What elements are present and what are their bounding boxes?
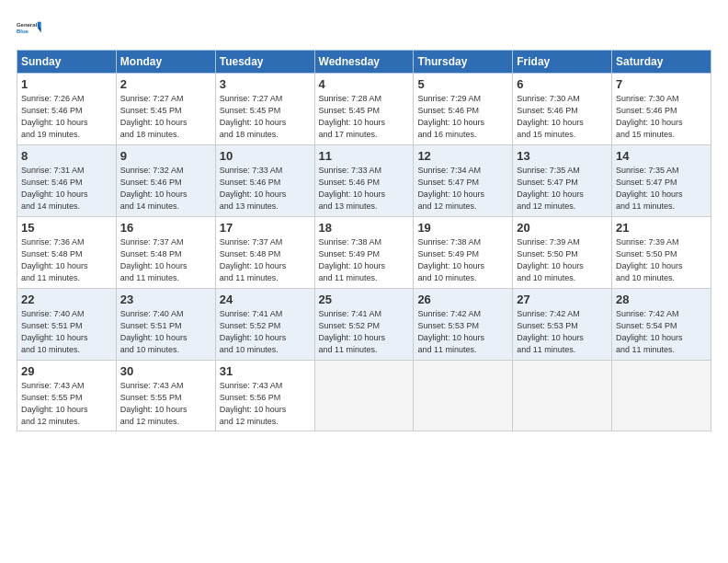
day-number: 29: [21, 364, 112, 378]
day-info: Sunrise: 7:43 AM Sunset: 5:55 PM Dayligh…: [120, 380, 211, 428]
day-number: 16: [120, 221, 211, 235]
day-number: 15: [21, 221, 112, 235]
day-info: Sunrise: 7:43 AM Sunset: 5:56 PM Dayligh…: [220, 380, 311, 428]
day-info: Sunrise: 7:37 AM Sunset: 5:48 PM Dayligh…: [220, 236, 311, 284]
day-info: Sunrise: 7:40 AM Sunset: 5:51 PM Dayligh…: [21, 308, 112, 356]
calendar-cell: 10Sunrise: 7:33 AM Sunset: 5:46 PM Dayli…: [215, 145, 314, 217]
day-info: Sunrise: 7:41 AM Sunset: 5:52 PM Dayligh…: [220, 308, 311, 356]
calendar-cell: 11Sunrise: 7:33 AM Sunset: 5:46 PM Dayli…: [314, 145, 414, 217]
day-number: 13: [517, 149, 608, 163]
calendar-cell: 25Sunrise: 7:41 AM Sunset: 5:52 PM Dayli…: [314, 289, 414, 361]
calendar-cell: 23Sunrise: 7:40 AM Sunset: 5:51 PM Dayli…: [116, 289, 215, 361]
calendar-cell: 14Sunrise: 7:35 AM Sunset: 5:47 PM Dayli…: [612, 145, 711, 217]
day-number: 31: [220, 364, 311, 378]
calendar-cell: 29Sunrise: 7:43 AM Sunset: 5:55 PM Dayli…: [17, 361, 117, 431]
day-info: Sunrise: 7:42 AM Sunset: 5:53 PM Dayligh…: [517, 308, 608, 356]
day-number: 4: [319, 77, 410, 91]
calendar-cell: 26Sunrise: 7:42 AM Sunset: 5:53 PM Dayli…: [414, 289, 513, 361]
calendar-table: SundayMondayTuesdayWednesdayThursdayFrid…: [17, 50, 711, 431]
day-info: Sunrise: 7:28 AM Sunset: 5:45 PM Dayligh…: [319, 93, 410, 141]
calendar-week-row: 29Sunrise: 7:43 AM Sunset: 5:55 PM Dayli…: [17, 361, 711, 431]
logo: GeneralBlue: [17, 15, 42, 40]
day-info: Sunrise: 7:30 AM Sunset: 5:46 PM Dayligh…: [517, 93, 608, 141]
weekday-header: Wednesday: [314, 51, 414, 74]
day-info: Sunrise: 7:30 AM Sunset: 5:46 PM Dayligh…: [616, 93, 707, 141]
weekday-header: Saturday: [612, 51, 711, 74]
weekday-header: Thursday: [414, 51, 513, 74]
day-number: 28: [616, 293, 707, 306]
calendar-cell: 6Sunrise: 7:30 AM Sunset: 5:46 PM Daylig…: [513, 74, 612, 145]
day-number: 30: [120, 364, 211, 378]
day-number: 26: [417, 293, 508, 306]
calendar-cell: [414, 361, 513, 431]
weekday-header: Monday: [116, 51, 215, 74]
weekday-header: Friday: [513, 51, 612, 74]
svg-marker-2: [38, 22, 41, 28]
day-info: Sunrise: 7:26 AM Sunset: 5:46 PM Dayligh…: [21, 93, 112, 141]
calendar-cell: 9Sunrise: 7:32 AM Sunset: 5:46 PM Daylig…: [116, 145, 215, 217]
day-info: Sunrise: 7:31 AM Sunset: 5:46 PM Dayligh…: [21, 165, 112, 213]
calendar-cell: 30Sunrise: 7:43 AM Sunset: 5:55 PM Dayli…: [116, 361, 215, 431]
calendar-cell: [513, 361, 612, 431]
svg-text:General: General: [17, 22, 37, 28]
day-info: Sunrise: 7:35 AM Sunset: 5:47 PM Dayligh…: [616, 165, 707, 213]
day-number: 11: [319, 149, 410, 163]
header: GeneralBlue: [17, 15, 711, 40]
calendar-cell: 12Sunrise: 7:34 AM Sunset: 5:47 PM Dayli…: [414, 145, 513, 217]
calendar-cell: 24Sunrise: 7:41 AM Sunset: 5:52 PM Dayli…: [215, 289, 314, 361]
calendar-cell: 5Sunrise: 7:29 AM Sunset: 5:46 PM Daylig…: [414, 74, 513, 145]
day-number: 3: [220, 77, 311, 91]
day-number: 6: [517, 77, 608, 91]
day-number: 7: [616, 77, 707, 91]
day-number: 2: [120, 77, 211, 91]
day-number: 1: [21, 77, 112, 91]
calendar-cell: 31Sunrise: 7:43 AM Sunset: 5:56 PM Dayli…: [215, 361, 314, 431]
day-info: Sunrise: 7:34 AM Sunset: 5:47 PM Dayligh…: [417, 165, 508, 213]
day-info: Sunrise: 7:33 AM Sunset: 5:46 PM Dayligh…: [319, 165, 410, 213]
day-info: Sunrise: 7:40 AM Sunset: 5:51 PM Dayligh…: [120, 308, 211, 356]
day-number: 20: [517, 221, 608, 235]
calendar-week-row: 22Sunrise: 7:40 AM Sunset: 5:51 PM Dayli…: [17, 289, 711, 361]
day-number: 25: [319, 293, 410, 306]
day-number: 9: [120, 149, 211, 163]
calendar-cell: 13Sunrise: 7:35 AM Sunset: 5:47 PM Dayli…: [513, 145, 612, 217]
weekday-header: Sunday: [17, 51, 117, 74]
calendar-cell: 2Sunrise: 7:27 AM Sunset: 5:45 PM Daylig…: [116, 74, 215, 145]
calendar-cell: 3Sunrise: 7:27 AM Sunset: 5:45 PM Daylig…: [215, 74, 314, 145]
svg-marker-3: [38, 28, 41, 33]
day-number: 14: [616, 149, 707, 163]
calendar-cell: [314, 361, 414, 431]
calendar-week-row: 1Sunrise: 7:26 AM Sunset: 5:46 PM Daylig…: [17, 74, 711, 145]
calendar-cell: 16Sunrise: 7:37 AM Sunset: 5:48 PM Dayli…: [116, 217, 215, 289]
day-info: Sunrise: 7:43 AM Sunset: 5:55 PM Dayligh…: [21, 380, 112, 428]
day-info: Sunrise: 7:42 AM Sunset: 5:53 PM Dayligh…: [417, 308, 508, 356]
day-info: Sunrise: 7:32 AM Sunset: 5:46 PM Dayligh…: [120, 165, 211, 213]
day-number: 22: [21, 293, 112, 306]
page-container: GeneralBlue SundayMondayTuesdayWednesday…: [0, 0, 728, 563]
calendar-week-row: 15Sunrise: 7:36 AM Sunset: 5:48 PM Dayli…: [17, 217, 711, 289]
day-info: Sunrise: 7:29 AM Sunset: 5:46 PM Dayligh…: [417, 93, 508, 141]
day-info: Sunrise: 7:35 AM Sunset: 5:47 PM Dayligh…: [517, 165, 608, 213]
day-info: Sunrise: 7:41 AM Sunset: 5:52 PM Dayligh…: [319, 308, 410, 356]
logo-icon: GeneralBlue: [17, 15, 42, 40]
calendar-cell: 18Sunrise: 7:38 AM Sunset: 5:49 PM Dayli…: [314, 217, 414, 289]
day-info: Sunrise: 7:38 AM Sunset: 5:49 PM Dayligh…: [417, 236, 508, 284]
day-number: 5: [417, 77, 508, 91]
day-info: Sunrise: 7:42 AM Sunset: 5:54 PM Dayligh…: [616, 308, 707, 356]
calendar-cell: 15Sunrise: 7:36 AM Sunset: 5:48 PM Dayli…: [17, 217, 117, 289]
calendar-cell: 1Sunrise: 7:26 AM Sunset: 5:46 PM Daylig…: [17, 74, 117, 145]
calendar-cell: 21Sunrise: 7:39 AM Sunset: 5:50 PM Dayli…: [612, 217, 711, 289]
day-info: Sunrise: 7:37 AM Sunset: 5:48 PM Dayligh…: [120, 236, 211, 284]
day-number: 12: [417, 149, 508, 163]
calendar-cell: 17Sunrise: 7:37 AM Sunset: 5:48 PM Dayli…: [215, 217, 314, 289]
day-info: Sunrise: 7:38 AM Sunset: 5:49 PM Dayligh…: [319, 236, 410, 284]
day-info: Sunrise: 7:27 AM Sunset: 5:45 PM Dayligh…: [120, 93, 211, 141]
calendar-cell: [612, 361, 711, 431]
calendar-cell: 28Sunrise: 7:42 AM Sunset: 5:54 PM Dayli…: [612, 289, 711, 361]
calendar-cell: 27Sunrise: 7:42 AM Sunset: 5:53 PM Dayli…: [513, 289, 612, 361]
day-number: 10: [220, 149, 311, 163]
day-number: 24: [220, 293, 311, 306]
day-number: 23: [120, 293, 211, 306]
calendar-cell: 7Sunrise: 7:30 AM Sunset: 5:46 PM Daylig…: [612, 74, 711, 145]
calendar-cell: 8Sunrise: 7:31 AM Sunset: 5:46 PM Daylig…: [17, 145, 117, 217]
